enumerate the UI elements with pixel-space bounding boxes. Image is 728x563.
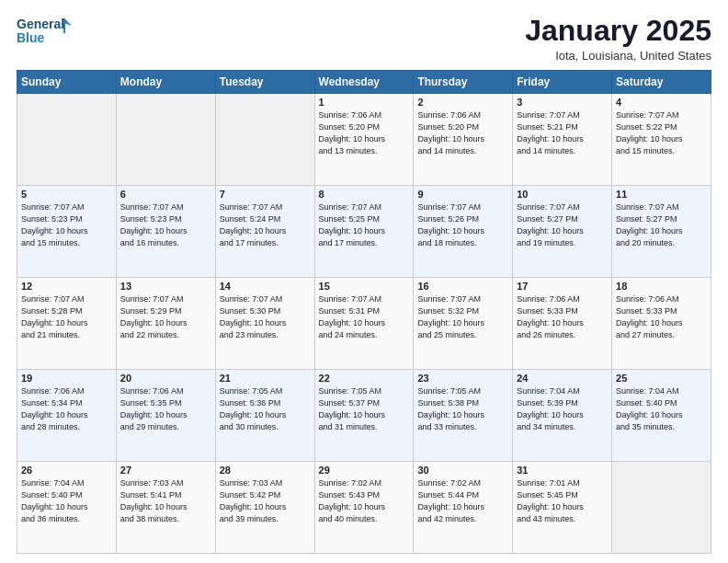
- day-cell: 29Sunrise: 7:02 AM Sunset: 5:43 PM Dayli…: [314, 462, 414, 554]
- day-number: 6: [120, 189, 211, 200]
- day-number: 31: [517, 465, 608, 476]
- day-cell: 9Sunrise: 7:07 AM Sunset: 5:26 PM Daylig…: [414, 186, 513, 278]
- day-cell: 30Sunrise: 7:02 AM Sunset: 5:44 PM Dayli…: [414, 462, 513, 554]
- day-info: Sunrise: 7:06 AM Sunset: 5:33 PM Dayligh…: [616, 293, 707, 341]
- month-title: January 2025: [525, 15, 711, 47]
- weekday-thursday: Thursday: [414, 71, 513, 94]
- day-cell: 2Sunrise: 7:06 AM Sunset: 5:20 PM Daylig…: [414, 94, 513, 186]
- logo: General Blue: [17, 15, 72, 48]
- svg-marker-2: [64, 18, 72, 26]
- calendar-table: SundayMondayTuesdayWednesdayThursdayFrid…: [17, 70, 711, 554]
- day-number: 22: [319, 373, 410, 384]
- title-block: January 2025 Iota, Louisiana, United Sta…: [525, 15, 711, 63]
- day-info: Sunrise: 7:07 AM Sunset: 5:28 PM Dayligh…: [21, 293, 112, 341]
- day-cell: 20Sunrise: 7:06 AM Sunset: 5:35 PM Dayli…: [116, 370, 215, 462]
- week-row-5: 26Sunrise: 7:04 AM Sunset: 5:40 PM Dayli…: [17, 462, 711, 554]
- day-cell: 13Sunrise: 7:07 AM Sunset: 5:29 PM Dayli…: [116, 278, 215, 370]
- calendar-body: 1Sunrise: 7:06 AM Sunset: 5:20 PM Daylig…: [17, 94, 711, 554]
- day-info: Sunrise: 7:07 AM Sunset: 5:27 PM Dayligh…: [616, 201, 707, 249]
- location: Iota, Louisiana, United States: [525, 49, 711, 63]
- day-number: 15: [319, 281, 410, 292]
- day-info: Sunrise: 7:04 AM Sunset: 5:40 PM Dayligh…: [616, 385, 707, 433]
- day-number: 16: [417, 281, 508, 292]
- day-number: 26: [21, 465, 112, 476]
- day-info: Sunrise: 7:07 AM Sunset: 5:30 PM Dayligh…: [220, 293, 311, 341]
- weekday-saturday: Saturday: [612, 71, 711, 94]
- day-info: Sunrise: 7:07 AM Sunset: 5:25 PM Dayligh…: [319, 201, 410, 249]
- day-number: 4: [616, 97, 707, 108]
- page: General Blue January 2025 Iota, Louisian…: [0, 0, 728, 563]
- day-cell: 12Sunrise: 7:07 AM Sunset: 5:28 PM Dayli…: [17, 278, 117, 370]
- day-cell: 5Sunrise: 7:07 AM Sunset: 5:23 PM Daylig…: [17, 186, 117, 278]
- day-cell: 14Sunrise: 7:07 AM Sunset: 5:30 PM Dayli…: [215, 278, 314, 370]
- day-info: Sunrise: 7:02 AM Sunset: 5:43 PM Dayligh…: [319, 477, 410, 525]
- day-info: Sunrise: 7:05 AM Sunset: 5:38 PM Dayligh…: [417, 385, 508, 433]
- day-cell: 28Sunrise: 7:03 AM Sunset: 5:42 PM Dayli…: [215, 462, 314, 554]
- day-number: 10: [517, 189, 608, 200]
- day-cell: 6Sunrise: 7:07 AM Sunset: 5:23 PM Daylig…: [116, 186, 215, 278]
- day-number: 2: [417, 97, 508, 108]
- week-row-2: 5Sunrise: 7:07 AM Sunset: 5:23 PM Daylig…: [17, 186, 711, 278]
- day-info: Sunrise: 7:05 AM Sunset: 5:37 PM Dayligh…: [319, 385, 410, 433]
- svg-text:Blue: Blue: [17, 30, 45, 45]
- day-info: Sunrise: 7:07 AM Sunset: 5:32 PM Dayligh…: [417, 293, 508, 341]
- day-cell: 16Sunrise: 7:07 AM Sunset: 5:32 PM Dayli…: [414, 278, 513, 370]
- day-number: 9: [417, 189, 508, 200]
- day-number: 19: [21, 373, 112, 384]
- day-info: Sunrise: 7:06 AM Sunset: 5:35 PM Dayligh…: [120, 385, 211, 433]
- day-cell: 15Sunrise: 7:07 AM Sunset: 5:31 PM Dayli…: [314, 278, 414, 370]
- day-cell: 11Sunrise: 7:07 AM Sunset: 5:27 PM Dayli…: [612, 186, 711, 278]
- day-number: 5: [21, 189, 112, 200]
- day-cell: 24Sunrise: 7:04 AM Sunset: 5:39 PM Dayli…: [513, 370, 612, 462]
- day-number: 17: [517, 281, 608, 292]
- day-info: Sunrise: 7:07 AM Sunset: 5:26 PM Dayligh…: [417, 201, 508, 249]
- day-cell: 8Sunrise: 7:07 AM Sunset: 5:25 PM Daylig…: [314, 186, 414, 278]
- day-info: Sunrise: 7:04 AM Sunset: 5:39 PM Dayligh…: [517, 385, 608, 433]
- day-info: Sunrise: 7:07 AM Sunset: 5:22 PM Dayligh…: [616, 109, 707, 157]
- day-cell: 23Sunrise: 7:05 AM Sunset: 5:38 PM Dayli…: [414, 370, 513, 462]
- day-cell: 21Sunrise: 7:05 AM Sunset: 5:36 PM Dayli…: [215, 370, 314, 462]
- day-number: 24: [517, 373, 608, 384]
- day-info: Sunrise: 7:01 AM Sunset: 5:45 PM Dayligh…: [517, 477, 608, 525]
- day-info: Sunrise: 7:06 AM Sunset: 5:33 PM Dayligh…: [517, 293, 608, 341]
- day-cell: 1Sunrise: 7:06 AM Sunset: 5:20 PM Daylig…: [314, 94, 414, 186]
- day-number: 13: [120, 281, 211, 292]
- day-cell: 7Sunrise: 7:07 AM Sunset: 5:24 PM Daylig…: [215, 186, 314, 278]
- day-cell: 10Sunrise: 7:07 AM Sunset: 5:27 PM Dayli…: [513, 186, 612, 278]
- day-cell: 3Sunrise: 7:07 AM Sunset: 5:21 PM Daylig…: [513, 94, 612, 186]
- day-info: Sunrise: 7:02 AM Sunset: 5:44 PM Dayligh…: [417, 477, 508, 525]
- day-number: 8: [319, 189, 410, 200]
- day-info: Sunrise: 7:06 AM Sunset: 5:34 PM Dayligh…: [21, 385, 112, 433]
- day-number: 7: [220, 189, 311, 200]
- day-info: Sunrise: 7:07 AM Sunset: 5:21 PM Dayligh…: [517, 109, 608, 157]
- day-info: Sunrise: 7:07 AM Sunset: 5:24 PM Dayligh…: [220, 201, 311, 249]
- weekday-friday: Friday: [513, 71, 612, 94]
- svg-text:General: General: [17, 17, 64, 31]
- day-info: Sunrise: 7:06 AM Sunset: 5:20 PM Dayligh…: [417, 109, 508, 157]
- day-info: Sunrise: 7:05 AM Sunset: 5:36 PM Dayligh…: [220, 385, 311, 433]
- day-info: Sunrise: 7:07 AM Sunset: 5:23 PM Dayligh…: [120, 201, 211, 249]
- day-number: 1: [319, 97, 410, 108]
- day-number: 3: [517, 97, 608, 108]
- day-number: 28: [220, 465, 311, 476]
- day-cell: 31Sunrise: 7:01 AM Sunset: 5:45 PM Dayli…: [513, 462, 612, 554]
- day-number: 12: [21, 281, 112, 292]
- day-number: 25: [616, 373, 707, 384]
- day-cell: 26Sunrise: 7:04 AM Sunset: 5:40 PM Dayli…: [17, 462, 117, 554]
- calendar-header: SundayMondayTuesdayWednesdayThursdayFrid…: [17, 71, 711, 94]
- week-row-1: 1Sunrise: 7:06 AM Sunset: 5:20 PM Daylig…: [17, 94, 711, 186]
- day-cell: [215, 94, 314, 186]
- logo-svg: General Blue: [17, 15, 72, 48]
- day-info: Sunrise: 7:07 AM Sunset: 5:29 PM Dayligh…: [120, 293, 211, 341]
- day-info: Sunrise: 7:07 AM Sunset: 5:23 PM Dayligh…: [21, 201, 112, 249]
- day-cell: [17, 94, 117, 186]
- day-number: 30: [417, 465, 508, 476]
- week-row-4: 19Sunrise: 7:06 AM Sunset: 5:34 PM Dayli…: [17, 370, 711, 462]
- weekday-sunday: Sunday: [17, 71, 117, 94]
- day-number: 29: [319, 465, 410, 476]
- day-info: Sunrise: 7:03 AM Sunset: 5:41 PM Dayligh…: [120, 477, 211, 525]
- day-cell: 27Sunrise: 7:03 AM Sunset: 5:41 PM Dayli…: [116, 462, 215, 554]
- weekday-wednesday: Wednesday: [314, 71, 414, 94]
- weekday-monday: Monday: [116, 71, 215, 94]
- day-number: 27: [120, 465, 211, 476]
